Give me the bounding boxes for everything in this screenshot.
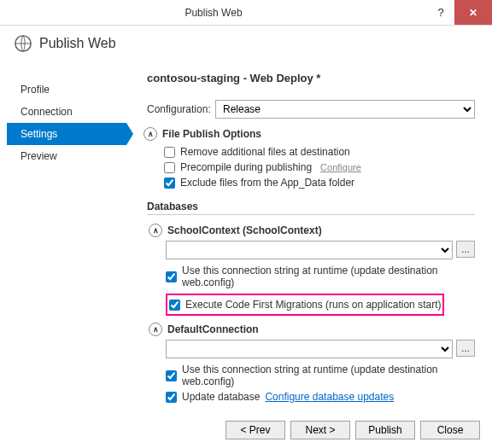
db2-browse-button[interactable]: … — [456, 340, 475, 357]
publish-button[interactable]: Publish — [355, 421, 415, 439]
wizard-sidebar: Profile Connection Settings Preview — [7, 65, 126, 408]
remove-files-checkbox[interactable] — [164, 147, 175, 158]
sidebar-item-preview[interactable]: Preview — [7, 145, 126, 167]
db1-usecs-checkbox[interactable] — [166, 271, 177, 282]
next-button[interactable]: Next > — [290, 421, 350, 439]
configuration-select[interactable]: Release — [215, 100, 475, 119]
db1-browse-button[interactable]: … — [456, 241, 475, 258]
precompile-checkbox[interactable] — [164, 162, 175, 173]
precompile-configure-link[interactable]: Configure — [320, 162, 361, 172]
remove-files-label: Remove additional files at destination — [180, 146, 350, 158]
configuration-label: Configuration: — [147, 103, 215, 115]
db2-usecs-checkbox[interactable] — [166, 370, 177, 381]
precompile-label: Precompile during publishing — [180, 161, 312, 173]
help-button[interactable]: ? — [427, 0, 454, 25]
titlebar: Publish Web ? ✕ — [0, 0, 492, 26]
chevron-up-icon[interactable]: ∧ — [144, 127, 157, 141]
main-panel: contosou-staging - Web Deploy * Configur… — [126, 65, 485, 408]
exclude-appdata-label: Exclude files from the App_Data folder — [180, 177, 354, 189]
db1-migrations-label: Execute Code First Migrations (runs on a… — [185, 299, 441, 311]
sidebar-item-settings[interactable]: Settings — [7, 123, 126, 145]
configure-db-updates-link[interactable]: Configure database updates — [265, 391, 394, 403]
divider — [147, 214, 475, 215]
globe-icon — [14, 34, 32, 53]
chevron-up-icon[interactable]: ∧ — [149, 323, 162, 336]
db1-usecs-label: Use this connection string at runtime (u… — [182, 265, 475, 288]
footer-buttons: < Prev Next > Publish Close — [226, 421, 480, 439]
exclude-appdata-checkbox[interactable] — [164, 177, 175, 189]
close-window-button[interactable]: ✕ — [454, 0, 492, 25]
db2-update-label: Update database — [182, 391, 260, 403]
db2-usecs-label: Use this connection string at runtime (u… — [182, 364, 475, 387]
db2-update-checkbox[interactable] — [166, 392, 177, 403]
db2-name: DefaultConnection — [167, 323, 259, 335]
dialog-header: Publish Web — [0, 26, 492, 65]
db1-name: SchoolContext (SchoolContext) — [167, 224, 322, 236]
dialog-title: Publish Web — [39, 36, 116, 51]
databases-header: Databases — [147, 201, 475, 212]
db1-migrations-checkbox[interactable] — [169, 300, 180, 311]
profile-title: contosou-staging - Web Deploy * — [147, 72, 475, 84]
close-button[interactable]: Close — [420, 421, 480, 439]
file-publish-header: File Publish Options — [162, 128, 261, 140]
window-title: Publish Web — [0, 7, 427, 19]
prev-button[interactable]: < Prev — [226, 421, 285, 439]
sidebar-item-profile[interactable]: Profile — [7, 79, 126, 101]
highlight-box: Execute Code First Migrations (runs on a… — [166, 294, 444, 316]
sidebar-item-connection[interactable]: Connection — [7, 101, 126, 123]
chevron-up-icon[interactable]: ∧ — [149, 224, 162, 237]
db2-connection-string[interactable] — [166, 340, 453, 358]
db1-connection-string[interactable] — [166, 241, 453, 259]
